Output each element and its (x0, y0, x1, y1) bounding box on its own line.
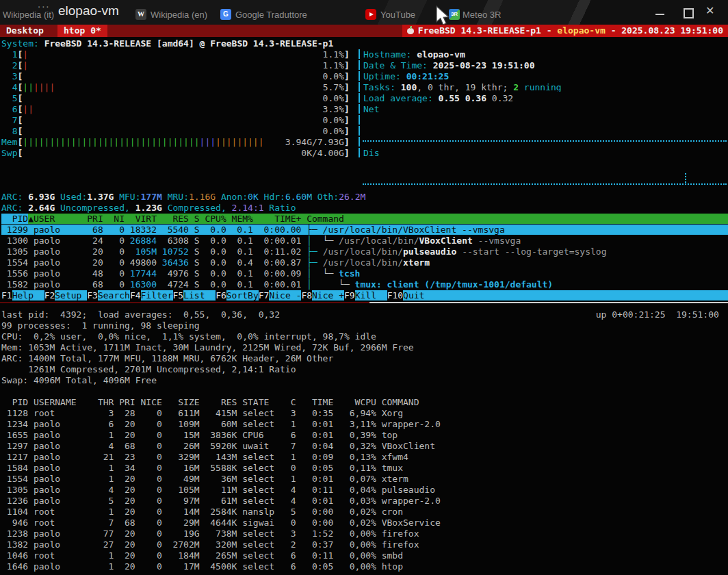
seg-g: 1261M Compressed, 2701M Uncompressed, 2,… (1, 364, 296, 374)
seg-c: 4 (1, 82, 17, 92)
seg-g: 1236 paolo 5 20 0 97M 61M select 4 0:01 … (1, 496, 441, 506)
seg-fl[interactable]: Nice - (269, 290, 301, 301)
bookmark-meteo-3r[interactable]: Meteo 3R (463, 10, 501, 20)
seg-c: 6 (1, 104, 17, 114)
minimize-button[interactable] (655, 14, 664, 15)
top-summary-arc2: 1261M Compressed, 2701M Uncompressed, 2,… (1, 364, 728, 375)
tmux-session-name: Desktop (6, 25, 44, 37)
seg-fl[interactable]: Filter (141, 290, 173, 301)
process-row[interactable]: 1554 paolo 20 0 49800 36436 S 0.0 0.4 0:… (1, 257, 728, 268)
seg-cb: tcsh (339, 268, 360, 279)
seg-g: CPU: 0,2% user, 0,0% nice, 1,1% system, … (1, 331, 376, 342)
process-row-selected[interactable]: 1299 paolo 68 0 18332 5540 S 0.0 0.1 0:0… (1, 225, 728, 235)
seg-cv: 36436 (162, 257, 189, 268)
tmux-status-bar: Desktop htop 0* FreeBSD 14.3-RELEASE-p1 … (0, 25, 728, 37)
seg-vi: 26.2M (339, 192, 365, 202)
seg-cv: 10752 (162, 246, 189, 257)
seg-vi: 2.14:1 (232, 203, 264, 213)
tmux-pane-separator-left[interactable] (0, 302, 369, 303)
process-table-header[interactable]: PID▲USER PRI NI VIRT RES S CPU% MEM% TIM… (1, 214, 728, 225)
seg-c: Tasks: (363, 82, 401, 92)
seg-g: 0.0% (323, 126, 344, 136)
process-row[interactable]: 1305 paolo 20 0 105M 10752 S 0.0 0.1 0:1… (1, 246, 728, 257)
seg-c: Uptime: (363, 71, 406, 81)
seg-fk[interactable]: F7 (259, 290, 270, 301)
seg-fk[interactable]: F8 (301, 290, 312, 301)
seg-fl[interactable]: Nice + (312, 290, 344, 301)
seg-cv: 105M (130, 246, 157, 257)
seg-w: ] (344, 49, 350, 60)
top-row: 1554 paolo 1 20 0 49M 36M select 1 0:01 … (1, 474, 728, 485)
tmux-pane-separator-right[interactable] (369, 302, 728, 303)
seg-w: ] (344, 93, 350, 103)
bookmark-wikipedia-it[interactable]: Wikipedia (it) (3, 10, 54, 20)
seg-g: 1655 paolo 1 20 0 15M 3836K CPU6 6 0:01 … (1, 430, 398, 440)
seg-fk[interactable]: F9 (344, 290, 355, 301)
seg-fl[interactable]: Setup (55, 290, 87, 301)
close-button[interactable]: ✕ (705, 4, 714, 17)
seg-fl[interactable]: Search (98, 290, 130, 301)
seg-g: 1046 root 1 20 0 184M 265M select 6 0:11… (1, 550, 403, 561)
bookmark-youtube[interactable]: YouTube (380, 10, 415, 20)
top-row: 1584 paolo 1 34 0 16M 5588K select 0 0:0… (1, 463, 728, 474)
top-row: 1236 paolo 5 20 0 97M 61M select 4 0:01 … (1, 496, 728, 507)
info-spacer (359, 137, 727, 146)
seg-c: │ (307, 235, 322, 246)
seg-fk[interactable]: F5 (173, 290, 184, 301)
seg-g (23, 93, 322, 103)
blank-line (1, 170, 728, 181)
seg-g (23, 126, 322, 136)
info-net-label: Net (359, 104, 727, 114)
seg-w: ] (344, 71, 350, 81)
seg-c: Uncompressed, (55, 203, 135, 213)
process-row[interactable]: 1582 paolo 68 0 16300 4724 S 0.0 0.1 0:0… (1, 279, 728, 290)
seg-g: 0.0% (323, 115, 344, 125)
seg-fk[interactable]: F10 (387, 290, 403, 301)
seg-fk[interactable]: F3 (87, 290, 98, 301)
bookmark-wikipedia-en[interactable]: Wikipedia (en) (151, 10, 207, 20)
seg-w: ] (344, 60, 350, 71)
seg-fl[interactable] (424, 290, 728, 301)
seg-sel (505, 225, 728, 235)
bookmark-google-traduttore[interactable]: Google Traduttore (235, 10, 307, 20)
seg-fk[interactable]: F6 (216, 290, 226, 301)
seg-fl[interactable]: Quit (403, 290, 424, 301)
tmux-window-tab[interactable]: htop 0* (57, 25, 107, 37)
seg-cv: 26884 (130, 235, 157, 246)
seg-c: 7 (1, 115, 17, 125)
top-summary-swap: Swap: 4096M Total, 4096M Free (1, 375, 728, 386)
seg-fl[interactable]: Kill (355, 290, 387, 301)
seg-fk[interactable]: F2 (44, 290, 55, 301)
process-row[interactable]: 1300 paolo 24 0 26884 6308 S 0.0 0.1 0:0… (1, 235, 728, 246)
seg-cb: tmux: client (/tmp/tmux-1001/default) (355, 279, 554, 290)
seg-c: Oth: (312, 192, 339, 202)
function-key-bar[interactable]: F1Help F2Setup F3SearchF4FilterF5List F6… (1, 290, 728, 301)
seg-g (23, 71, 322, 81)
seg-g: 1582 paolo 68 0 (1, 279, 130, 290)
seg-w: ] (344, 148, 350, 158)
window-titlebar[interactable]: Wikipedia (it) W Wikipedia (en) G Google… (0, 0, 728, 25)
seg-c: ├─ (307, 257, 322, 268)
seg-c: System: (1, 38, 44, 49)
seg-fk[interactable]: F1 (1, 290, 12, 301)
seg-fl[interactable]: List (183, 290, 216, 301)
maximize-button[interactable] (684, 8, 694, 18)
seg-fl[interactable]: SortBy (226, 290, 259, 301)
seg-c: ├─ (307, 246, 322, 257)
wikipedia-icon: W (135, 9, 146, 20)
seg-w: xterm (403, 257, 430, 268)
disk-graph-dotted-line (363, 183, 727, 185)
seg-g: 1297 paolo 4 68 0 26M 5920K uwait 7 0:04… (1, 441, 435, 451)
seg-c: ARC: (1, 203, 28, 213)
top-row: 1655 paolo 1 20 0 15M 3836K CPU6 6 0:01 … (1, 430, 728, 441)
seg-fl[interactable]: Help (12, 290, 44, 301)
seg-g: 1104 root 1 20 0 14M 2584K nanslp 5 0:00… (1, 507, 403, 517)
process-row[interactable]: 1556 paolo 48 0 17744 4976 S 0.0 0.1 0:0… (1, 268, 728, 279)
seg-fk[interactable]: F4 (130, 290, 141, 301)
seg-g: 6308 S 0.0 0.1 0:00.01 (157, 235, 307, 246)
info-spacer (359, 115, 727, 125)
top-row: 1234 paolo 6 20 0 109M 60M select 1 0:01… (1, 419, 728, 430)
seg-c: Mem (1, 137, 17, 147)
seg-g: 946 root 7 68 0 29M 4644K sigwai 0 0:00 … (1, 518, 441, 528)
seg-w: 2.64G (28, 203, 55, 213)
